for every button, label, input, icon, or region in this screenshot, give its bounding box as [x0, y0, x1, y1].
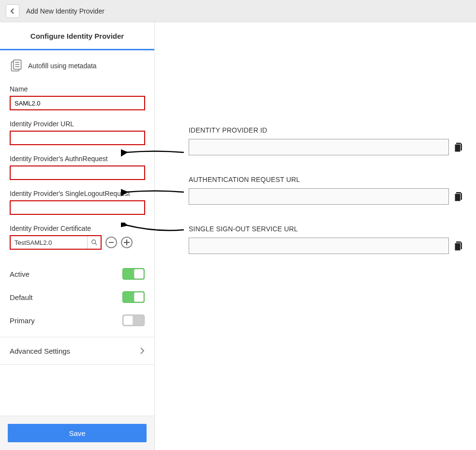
authn-label: Identity Provider's AuthnRequest	[10, 155, 145, 163]
authn-input[interactable]	[10, 165, 145, 180]
page-header: Add New Identity Provider	[0, 0, 476, 22]
cert-value: TestSAML2.0	[15, 239, 52, 246]
slo-label: Identity Provider's SingleLogoutRequest	[10, 190, 145, 197]
remove-cert-button[interactable]	[105, 237, 117, 248]
panel-tab-title: Configure Identity Provider	[0, 22, 154, 50]
svg-rect-9	[124, 242, 130, 243]
idp-id-label: IDENTITY PROVIDER ID	[189, 126, 466, 134]
auth-url-field[interactable]	[189, 188, 449, 205]
config-panel: Configure Identity Provider Autofill usi…	[0, 22, 155, 450]
auth-url-copy-button[interactable]	[452, 189, 466, 204]
add-cert-button[interactable]	[121, 237, 133, 248]
search-icon	[91, 239, 98, 246]
metadata-file-icon	[10, 59, 23, 73]
svg-point-5	[91, 240, 95, 244]
page-title: Add New Identity Provider	[26, 7, 104, 15]
chevron-right-icon	[140, 347, 145, 355]
svg-rect-10	[455, 144, 461, 152]
idp-id-field[interactable]	[189, 139, 449, 155]
minus-icon	[109, 242, 114, 243]
slo-input[interactable]	[10, 200, 145, 215]
active-toggle[interactable]	[122, 268, 145, 280]
save-button[interactable]: Save	[8, 424, 147, 442]
sso-out-label: SINGLE SIGN-OUT SERVICE URL	[189, 225, 466, 233]
name-input[interactable]	[10, 96, 145, 110]
auth-url-label: AUTHENTICATION REQUEST URL	[189, 176, 466, 183]
primary-label: Primary	[10, 316, 35, 325]
plus-icon	[124, 240, 130, 245]
cert-input[interactable]: TestSAML2.0	[10, 235, 102, 250]
back-button[interactable]	[6, 4, 19, 18]
idp-url-label: Identity Provider URL	[10, 120, 145, 128]
name-label: Name	[10, 85, 145, 93]
primary-toggle[interactable]	[122, 315, 145, 326]
idp-id-copy-button[interactable]	[452, 140, 466, 154]
idp-url-input[interactable]	[10, 131, 145, 145]
advanced-label: Advanced Settings	[10, 347, 70, 355]
default-toggle[interactable]	[122, 291, 145, 303]
cert-search-button[interactable]	[87, 236, 101, 249]
advanced-settings-row[interactable]: Advanced Settings	[0, 337, 154, 365]
autofill-label: Autofill using metadata	[28, 62, 97, 70]
svg-rect-12	[455, 243, 461, 251]
cert-label: Identity Provider Certificate	[10, 225, 145, 232]
svg-line-6	[95, 243, 97, 245]
default-label: Default	[10, 293, 33, 301]
active-label: Active	[10, 270, 30, 278]
svg-rect-7	[109, 242, 114, 243]
chevron-left-icon	[10, 8, 15, 15]
copy-icon	[454, 142, 464, 152]
copy-icon	[454, 191, 464, 202]
copy-icon	[454, 240, 464, 251]
reference-panel: IDENTITY PROVIDER ID AUTHENTICATION REQU…	[155, 22, 476, 450]
sso-out-copy-button[interactable]	[452, 239, 466, 253]
svg-rect-11	[455, 194, 461, 201]
autofill-row[interactable]: Autofill using metadata	[10, 59, 145, 73]
sso-out-field[interactable]	[189, 238, 449, 254]
